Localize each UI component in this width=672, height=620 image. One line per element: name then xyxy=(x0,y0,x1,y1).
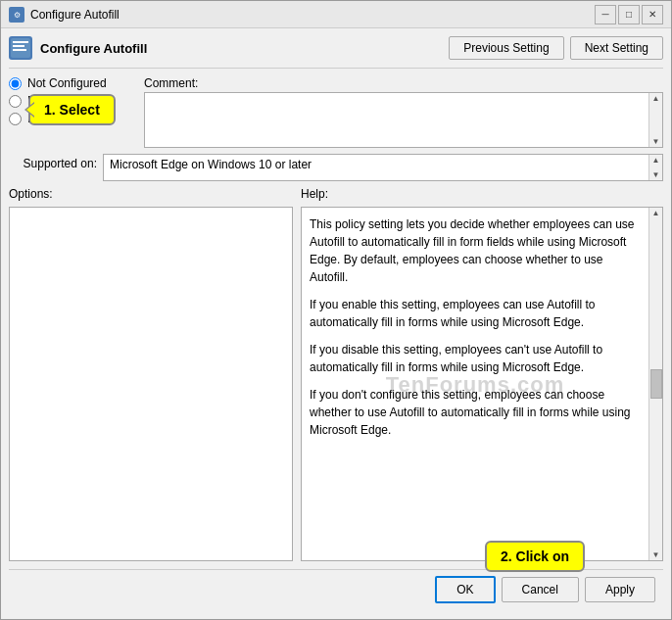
supported-label: Supported on: xyxy=(9,154,97,170)
disabled-radio[interactable] xyxy=(9,113,22,125)
comment-textarea[interactable] xyxy=(145,93,648,147)
help-box: TenForums.com This policy setting lets y… xyxy=(302,208,648,560)
header-icon xyxy=(9,36,32,60)
supported-scrollbar: ▲ ▼ xyxy=(648,155,662,180)
options-box xyxy=(9,207,293,561)
previous-setting-button[interactable]: Previous Setting xyxy=(449,36,563,60)
not-configured-label: Not Configured xyxy=(27,76,107,90)
help-p2: If you enable this setting, employees ca… xyxy=(310,296,641,331)
svg-rect-4 xyxy=(13,45,24,47)
apply-button[interactable]: Apply xyxy=(585,577,655,602)
supported-value: Microsoft Edge on Windows 10 or later xyxy=(104,155,648,180)
svg-text:⚙: ⚙ xyxy=(14,11,21,20)
callout-select-badge: 1. Select xyxy=(28,94,116,125)
options-label: Options: xyxy=(9,187,293,201)
comment-scrollbar: ▲ ▼ xyxy=(648,93,662,147)
comment-section: Comment: ▲ ▼ xyxy=(144,76,663,148)
supported-scroll-down[interactable]: ▼ xyxy=(652,170,660,179)
svg-rect-5 xyxy=(13,49,26,51)
radio-comment-row: Not Configured Enabled Disabled xyxy=(9,76,663,148)
window-controls: ─ □ ✕ xyxy=(595,5,663,24)
enabled-radio[interactable] xyxy=(9,95,22,108)
comment-label: Comment: xyxy=(144,76,663,90)
minimize-button[interactable]: ─ xyxy=(595,5,616,24)
help-scrollbar: ▲ ▼ xyxy=(648,208,662,560)
callout-arrow-inner xyxy=(26,103,35,117)
help-label: Help: xyxy=(301,187,663,201)
options-help-row: TenForums.com This policy setting lets y… xyxy=(9,207,663,561)
help-p4: If you don't configure this setting, emp… xyxy=(310,386,641,439)
next-setting-button[interactable]: Next Setting xyxy=(570,36,663,60)
help-scroll-up[interactable]: ▲ xyxy=(652,209,660,217)
help-p3: If you disable this setting, employees c… xyxy=(310,341,641,376)
supported-on-row: Supported on: Microsoft Edge on Windows … xyxy=(9,154,663,181)
comment-container: ▲ ▼ xyxy=(144,92,663,148)
radio-section: Not Configured Enabled Disabled xyxy=(9,76,136,148)
scroll-down-arrow[interactable]: ▼ xyxy=(652,137,660,146)
ok-button[interactable]: OK xyxy=(435,576,495,603)
main-window: ⚙ Configure Autofill ─ □ ✕ Configure Aut… xyxy=(0,0,672,620)
supported-container: Microsoft Edge on Windows 10 or later ▲ … xyxy=(103,154,663,181)
header-bar: Configure Autofill Previous Setting Next… xyxy=(9,36,663,69)
supported-scroll-up[interactable]: ▲ xyxy=(652,156,660,165)
not-configured-radio[interactable] xyxy=(9,77,22,90)
window-title: Configure Autofill xyxy=(30,8,589,22)
not-configured-option[interactable]: Not Configured xyxy=(9,76,136,90)
navigation-buttons: Previous Setting Next Setting xyxy=(449,36,663,60)
header-title: Configure Autofill xyxy=(40,41,441,56)
cancel-button[interactable]: Cancel xyxy=(502,577,579,602)
help-p1: This policy setting lets you decide whet… xyxy=(310,215,641,286)
scroll-up-arrow[interactable]: ▲ xyxy=(652,94,660,103)
svg-rect-3 xyxy=(13,41,28,43)
footer: 2. Click on OK Cancel Apply xyxy=(9,569,663,611)
restore-button[interactable]: □ xyxy=(618,5,640,24)
titlebar: ⚙ Configure Autofill ─ □ ✕ xyxy=(1,1,671,28)
help-scroll-thumb xyxy=(650,369,662,399)
close-button[interactable]: ✕ xyxy=(642,5,663,24)
help-scroll-down[interactable]: ▼ xyxy=(652,550,660,559)
content-area: Configure Autofill Previous Setting Next… xyxy=(1,28,671,619)
options-help-header: Options: Help: xyxy=(9,187,663,201)
help-box-container: TenForums.com This policy setting lets y… xyxy=(301,207,663,561)
window-icon: ⚙ xyxy=(9,7,24,23)
main-area: Not Configured Enabled Disabled xyxy=(9,76,663,561)
callout-select-label: 1. Select xyxy=(44,102,100,118)
